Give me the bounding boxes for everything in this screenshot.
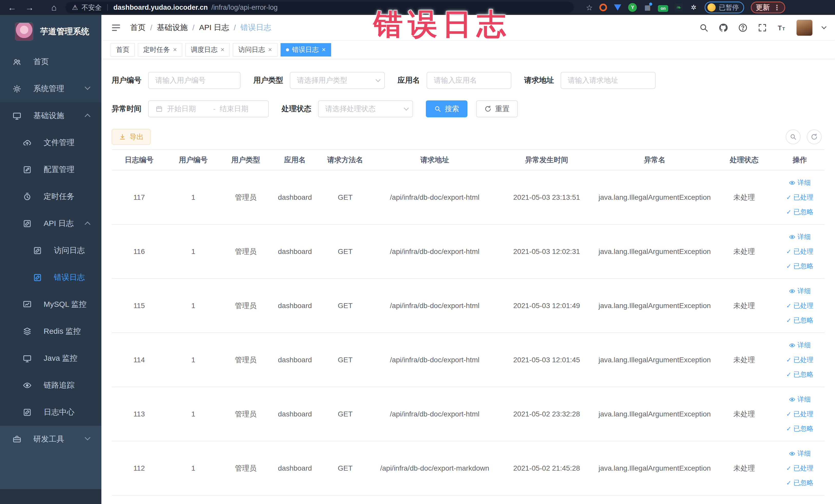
sidebar-item-0[interactable]: 首页 [0,48,101,75]
sidebar-item-2[interactable]: 基础设施 [0,102,101,129]
sidebar-item-1[interactable]: 系统管理 [0,75,101,102]
fullscreen-icon[interactable] [757,23,767,33]
eye-icon [789,342,795,349]
sidebar-item-4[interactable]: 配置管理 [0,156,101,183]
layers-icon [23,327,32,336]
tab-4[interactable]: 错误日志× [281,43,331,57]
tab-2[interactable]: 调度日志× [185,43,230,57]
extension-icon-orange[interactable] [599,4,607,11]
processed-link[interactable]: ✓已处理 [786,247,813,256]
browser-menu-icon[interactable]: ⋮ [773,3,780,12]
sidebar-item-12[interactable]: 链路追踪 [0,372,101,399]
cell-method: GET [319,333,372,387]
table-row: 1121管理员dashboardGET/api/infra/db-doc/exp… [111,441,825,495]
ignored-link[interactable]: ✓已忽略 [786,207,813,217]
cell-actions: 详细✓已处理✓已忽略 [775,279,825,333]
sidebar-item-10[interactable]: Redis 监控 [0,318,101,345]
process-status-select[interactable]: 请选择处理状态 [318,100,413,117]
bookmark-star-icon[interactable]: ☆ [586,3,593,12]
chevron-down-icon[interactable] [821,24,827,29]
close-icon[interactable]: × [173,46,177,54]
check-icon: ✓ [786,425,791,432]
cell-app: dashboard [271,441,318,495]
ignored-link[interactable]: ✓已忽略 [786,316,813,325]
column-header-4: 请求方法名 [319,150,372,170]
cell-url: /api/infra/db-doc/export-html [372,333,497,387]
ignored-link[interactable]: ✓已忽略 [786,478,813,487]
close-icon[interactable]: × [221,46,224,54]
breadcrumb-item-1[interactable]: 基础设施 [157,22,188,33]
sidebar-item-9[interactable]: MySQL 监控 [0,291,101,318]
browser-update-button[interactable]: 更新 ⋮ [751,2,785,13]
processed-link[interactable]: ✓已处理 [786,193,813,202]
detail-link[interactable]: 详细 [789,341,811,350]
sidebar-logo-row[interactable]: 芋道管理系统 [0,15,101,48]
font-size-icon[interactable]: TT [777,23,787,33]
processed-link[interactable]: ✓已处理 [786,355,813,364]
cell-id: 112 [111,441,167,495]
cell-time: 2021-05-03 12:01:45 [497,333,596,387]
ignored-link[interactable]: ✓已忽略 [786,370,813,379]
home-icon[interactable]: ⌂ [51,3,57,13]
reset-button[interactable]: 重置 [476,100,518,117]
user-type-select[interactable]: 请选择用户类型 [290,72,385,89]
exception-time-range-picker[interactable]: 开始日期 - 结束日期 [148,100,269,117]
tab-1[interactable]: 定时任务× [138,43,182,57]
extension-icon-leaf[interactable]: ❧ [674,3,683,12]
close-icon[interactable]: × [322,46,326,54]
search-icon[interactable] [699,23,709,33]
extension-icon-green[interactable]: Y [628,3,637,12]
sidebar-item-11[interactable]: Java 监控 [0,345,101,372]
ignored-link[interactable]: ✓已忽略 [786,424,813,433]
export-button[interactable]: 导出 [111,129,151,145]
sidebar-item-label: 基础设施 [33,110,64,121]
forward-icon[interactable]: → [25,3,34,13]
close-icon[interactable]: × [268,46,272,54]
processed-link[interactable]: ✓已处理 [786,464,813,473]
sidebar-item-6[interactable]: API 日志 [0,210,101,237]
profile-paused-pill[interactable]: 已暂停 [705,2,744,13]
detail-link[interactable]: 详细 [789,449,811,458]
address-bar[interactable]: ⚠ 不安全 dashboard.yudao.iocoder.cn/infra/l… [65,2,574,13]
date-start-placeholder: 开始日期 [167,104,209,114]
sidebar-item-3[interactable]: 文件管理 [0,129,101,156]
help-icon[interactable] [738,23,748,33]
app-name-input[interactable] [427,72,511,89]
user-id-input[interactable] [148,72,241,89]
check-icon: ✓ [786,302,791,309]
detail-link[interactable]: 详细 [789,286,811,296]
back-icon[interactable]: ← [8,3,16,13]
tab-3[interactable]: 访问日志× [233,43,277,57]
processed-link[interactable]: ✓已处理 [786,409,813,419]
extension-icon-badge[interactable]: on [658,5,668,12]
user-avatar[interactable] [796,20,812,36]
extension-icon-blue[interactable] [613,3,622,12]
detail-link[interactable]: 详细 [789,233,811,241]
sidebar-item-7[interactable]: 访问日志 [0,237,101,264]
tags-view-bar: 首页定时任务×调度日志×访问日志×错误日志× [101,41,835,59]
breadcrumb-item-2[interactable]: API 日志 [199,22,229,33]
extension-icon-paw[interactable]: ✲ [689,3,698,12]
cell-user_type: 管理员 [220,387,271,441]
sidebar-item-13[interactable]: 日志中心 [0,399,101,426]
sidebar-item-8[interactable]: 错误日志 [0,264,101,291]
ignored-link[interactable]: ✓已忽略 [786,262,813,270]
refresh-table-button[interactable] [807,129,822,144]
search-button[interactable]: 搜索 [426,100,467,117]
sidebar-item-5[interactable]: 定时任务 [0,183,101,210]
request-url-input[interactable] [561,72,656,89]
logdoc-icon [33,246,42,255]
extension-icon-grid[interactable]: ▦ [643,3,652,12]
github-icon[interactable] [718,23,728,33]
processed-link[interactable]: ✓已处理 [786,301,813,310]
sidebar-item-14[interactable]: 研发工具 [0,426,101,452]
breadcrumb-item-0[interactable]: 首页 [130,22,145,33]
detail-link[interactable]: 详细 [789,178,811,187]
cell-actions: 详细✓已处理✓已忽略 [775,333,825,387]
toggle-search-button[interactable] [786,129,801,144]
tab-0[interactable]: 首页 [110,43,135,57]
hamburger-icon[interactable] [110,22,121,33]
sidebar: 芋道管理系统 首页系统管理基础设施文件管理配置管理定时任务API 日志访问日志错… [0,15,101,504]
detail-link[interactable]: 详细 [789,395,811,404]
chevron-down-icon [85,84,90,90]
